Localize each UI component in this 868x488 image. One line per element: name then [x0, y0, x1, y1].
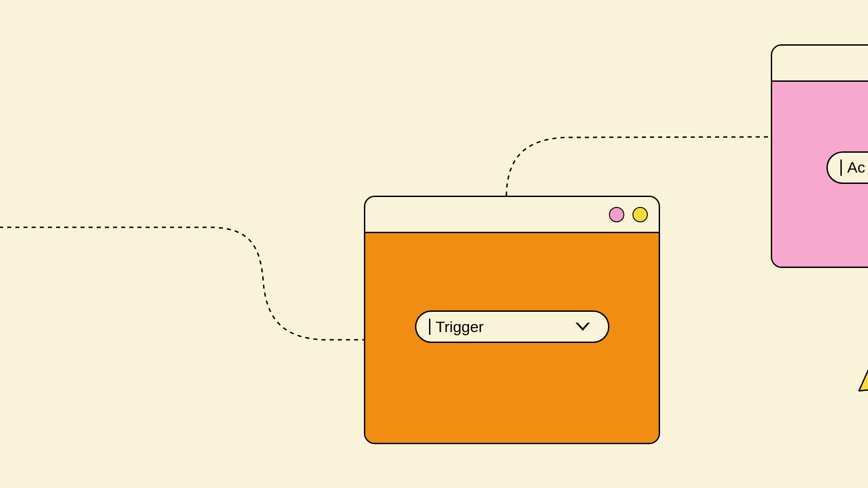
window-controls — [609, 207, 648, 222]
action-dropdown[interactable]: Ac — [826, 151, 868, 184]
action-dropdown-label: Ac — [847, 159, 868, 176]
text-cursor-icon — [429, 319, 430, 335]
action-window[interactable]: Ac — [771, 44, 868, 268]
text-cursor-icon — [840, 160, 842, 176]
trigger-dropdown[interactable]: Trigger — [415, 310, 609, 343]
window-titlebar — [365, 197, 659, 233]
action-window-body: Ac — [772, 82, 868, 267]
trigger-window-body: Trigger — [365, 233, 659, 443]
window-control-yellow[interactable] — [632, 207, 648, 222]
window-control-pink[interactable] — [609, 207, 624, 222]
window-titlebar — [772, 46, 868, 82]
yellow-accent-shape — [854, 366, 868, 411]
connector-right — [506, 137, 771, 196]
trigger-dropdown-label: Trigger — [436, 318, 570, 336]
connector-left — [0, 227, 364, 340]
diagram-canvas: Trigger Ac — [0, 0, 868, 488]
svg-marker-0 — [859, 371, 868, 391]
trigger-window[interactable]: Trigger — [364, 196, 660, 444]
chevron-down-icon — [576, 323, 590, 331]
